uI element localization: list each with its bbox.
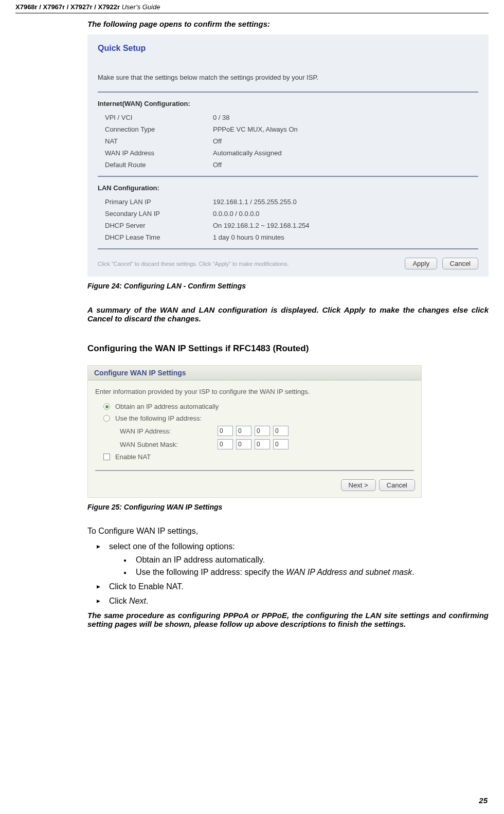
radio-auto-label: Obtain an IP address automatically <box>115 403 219 410</box>
page-header: X7968r / X7967r / X7927r / X7922r User's… <box>15 0 489 13</box>
config-val: 0.0.0.0 / 0.0.0.0 <box>213 210 478 218</box>
radio-manual-icon[interactable] <box>103 415 110 422</box>
list-item: select one of the following options: Obt… <box>97 542 489 577</box>
config-val: On 192.168.1.2 ~ 192.168.1.254 <box>213 222 478 229</box>
config-key: Default Route <box>105 161 213 169</box>
divider <box>95 470 414 471</box>
figure-24-caption: Figure 24: Configuring LAN - Confirm Set… <box>87 282 489 290</box>
config-key: Primary LAN IP <box>105 198 213 206</box>
list-item-text-a: Use the following IP address: specify th… <box>136 568 286 576</box>
intro-text: The following page opens to confirm the … <box>87 20 489 28</box>
quick-setup-title: Quick Setup <box>98 44 478 53</box>
list-item: Obtain an IP address automatically. <box>123 555 489 565</box>
config-key: DHCP Lease Time <box>105 233 213 241</box>
enable-nat-label: Enable NAT <box>115 453 151 461</box>
config-key: Secondary LAN IP <box>105 210 213 218</box>
cancel-button[interactable]: Cancel <box>442 258 478 269</box>
config-row: Connection TypePPPoE VC MUX, Always On <box>98 123 478 135</box>
wan-ip-address-label: WAN IP Address: <box>120 427 218 435</box>
list-item: Use the following IP address: specify th… <box>123 568 489 577</box>
config-key: Connection Type <box>105 125 213 133</box>
list-item-text: Obtain an IP address automatically. <box>136 555 265 564</box>
instruction-list: select one of the following options: Obt… <box>87 542 489 606</box>
list-item-text-b: Next <box>129 596 146 605</box>
wan-mask-octet-2[interactable] <box>236 439 251 449</box>
final-paragraph: The same procedure as configuring PPPoA … <box>87 611 489 628</box>
config-val: 0 / 38 <box>213 114 478 121</box>
divider <box>98 92 478 93</box>
radio-auto-row[interactable]: Obtain an IP address automatically <box>95 401 414 412</box>
list-item-text-b: WAN IP Address and subnet mask <box>286 568 412 576</box>
list-item: Click Next. <box>97 596 489 606</box>
config-row: DHCP ServerOn 192.168.1.2 ~ 192.168.1.25… <box>98 220 478 231</box>
config-row: WAN IP AddressAutomatically Assigned <box>98 147 478 159</box>
wan-ip-panel: Configure WAN IP Settings Enter informat… <box>87 365 422 498</box>
next-button[interactable]: Next > <box>341 479 376 491</box>
divider <box>98 248 478 249</box>
config-row: DHCP Lease Time1 day 0 hours 0 minutes <box>98 231 478 243</box>
quick-setup-note: Make sure that the settings below match … <box>98 74 478 81</box>
wan-ip-octet-1[interactable] <box>218 426 233 436</box>
list-item-text-c: . <box>146 596 148 605</box>
figure-25-caption: Figure 25: Configuring WAN IP Settings <box>87 503 489 511</box>
config-val: 192.168.1.1 / 255.255.255.0 <box>213 198 478 206</box>
list-item-text: select one of the following options: <box>109 542 235 551</box>
radio-manual-row[interactable]: Use the following IP address: <box>95 412 414 424</box>
config-key: NAT <box>105 137 213 145</box>
wan-ip-octet-4[interactable] <box>273 426 289 436</box>
wan-ip-title: Configure WAN IP Settings <box>88 366 421 381</box>
wan-ip-octet-2[interactable] <box>236 426 251 436</box>
enable-nat-checkbox-icon[interactable] <box>103 454 110 460</box>
config-val: Off <box>213 137 478 145</box>
wan-subnet-mask-label: WAN Subnet Mask: <box>120 441 218 448</box>
radio-manual-label: Use the following IP address: <box>115 414 202 422</box>
config-val: PPPoE VC MUX, Always On <box>213 125 478 133</box>
wan-config-heading: Internet(WAN) Configuration: <box>98 100 478 107</box>
summary-paragraph: A summary of the WAN and LAN configurati… <box>87 305 489 323</box>
config-row: VPI / VCI0 / 38 <box>98 112 478 123</box>
list-item-text-c: . <box>412 568 414 576</box>
header-guide: User's Guide <box>120 3 160 11</box>
wan-mask-octet-4[interactable] <box>273 439 289 449</box>
config-row: Primary LAN IP192.168.1.1 / 255.255.255.… <box>98 196 478 208</box>
config-key: DHCP Server <box>105 222 213 229</box>
radio-auto-icon[interactable] <box>103 403 110 410</box>
header-models: X7968r / X7967r / X7927r / X7922r <box>15 3 120 11</box>
lan-config-heading: LAN Configuration: <box>98 184 478 192</box>
config-val: Off <box>213 161 478 169</box>
apply-button[interactable]: Apply <box>405 258 437 269</box>
wan-ip-note: Enter information provided by your ISP t… <box>95 388 414 395</box>
config-row: Secondary LAN IP0.0.0.0 / 0.0.0.0 <box>98 208 478 220</box>
cancel-button[interactable]: Cancel <box>379 479 415 491</box>
sub-list: Obtain an IP address automatically. Use … <box>109 555 489 577</box>
wan-ip-octet-3[interactable] <box>255 426 270 436</box>
section-heading: Configuring the WAN IP Settings if RFC14… <box>87 343 489 354</box>
list-item-text-a: Click <box>109 596 129 605</box>
quick-setup-panel: Quick Setup Make sure that the settings … <box>87 34 489 277</box>
config-val: Automatically Assigned <box>213 149 478 157</box>
list-item-text: Click to Enable NAT. <box>109 582 184 591</box>
config-key: VPI / VCI <box>105 114 213 121</box>
divider <box>98 176 478 177</box>
config-val: 1 day 0 hours 0 minutes <box>213 233 478 241</box>
enable-nat-row[interactable]: Enable NAT <box>95 451 414 463</box>
hint-text: Click "Cancel" to discard these settings… <box>98 261 289 267</box>
list-item: Click to Enable NAT. <box>97 582 489 591</box>
body-paragraph: To Configure WAN IP settings, <box>87 527 489 536</box>
wan-mask-octet-3[interactable] <box>255 439 270 449</box>
config-row: Default RouteOff <box>98 159 478 171</box>
config-row: NATOff <box>98 135 478 147</box>
wan-mask-octet-1[interactable] <box>218 439 233 449</box>
page-number: 25 <box>479 796 488 805</box>
config-key: WAN IP Address <box>105 149 213 157</box>
